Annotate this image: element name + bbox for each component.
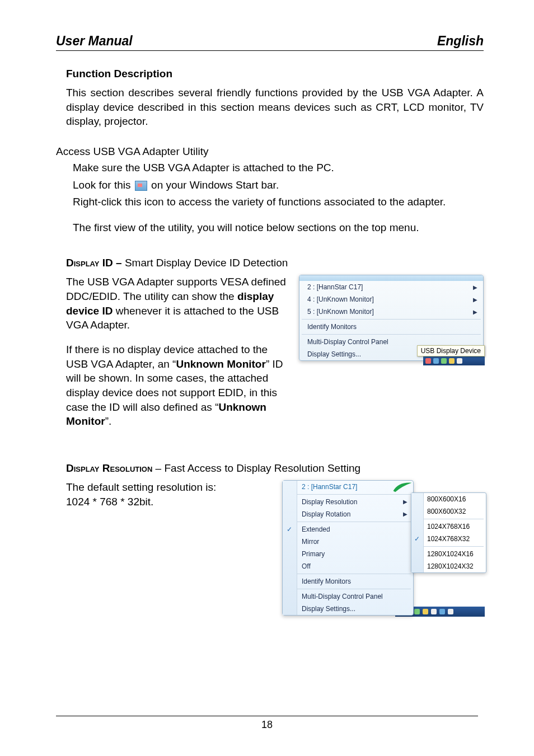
menu2-off[interactable]: Off xyxy=(283,560,413,572)
menu1-item-monitor5[interactable]: 5 : [UnKnown Monitor]▶ xyxy=(299,306,483,318)
section-title-function: Function Description xyxy=(66,68,484,80)
display-id-p1: The USB VGA Adapter supports VESA define… xyxy=(66,275,288,332)
menu-screenshot-1: 2 : [HannStar C17]▶ 4 : [UnKnown Monitor… xyxy=(299,275,484,361)
access-line1: Make sure the USB VGA Adapter is attache… xyxy=(73,161,484,175)
function-description-paragraph: This section describes several friendly … xyxy=(66,86,484,129)
check-icon: ✓ xyxy=(414,535,420,543)
tray-icon xyxy=(423,609,428,614)
access-line3: Right-click this icon to access the vari… xyxy=(73,195,484,209)
access-line2: Look for this on your Windows Start bar. xyxy=(73,178,484,192)
display-id-textcol: The USB VGA Adapter supports VESA define… xyxy=(66,275,288,428)
tray-icon xyxy=(441,358,447,364)
submenu-arrow-icon: ▶ xyxy=(403,499,407,505)
look-pre: Look for this xyxy=(73,179,134,191)
menu-separator xyxy=(414,546,484,547)
menu2-mirror[interactable]: Mirror xyxy=(283,536,413,548)
menu1-titlebar xyxy=(299,275,483,281)
submenu-arrow-icon: ▶ xyxy=(473,309,477,315)
menu1-item-monitor2[interactable]: 2 : [HannStar C17]▶ xyxy=(299,281,483,293)
page-footer: 18 xyxy=(56,716,478,731)
menu-separator xyxy=(297,522,411,522)
tray-icon xyxy=(439,609,445,614)
display-res-desc: – Fast Access to Display Resolution Sett… xyxy=(152,462,360,474)
display-res-p2: 1024 * 768 * 32bit. xyxy=(66,495,271,509)
display-id-desc: Smart Display Device ID Detection xyxy=(125,257,288,269)
res-1280x1024x32[interactable]: 1280X1024X32 xyxy=(411,560,486,572)
submenu-arrow-icon: ▶ xyxy=(473,284,477,290)
menu2-monitor-label[interactable]: 2 : [HannStar C17] xyxy=(283,481,413,493)
submenu-arrow-icon: ▶ xyxy=(473,297,477,303)
access-subhead: Access USB VGA Adapter Utility xyxy=(56,145,484,158)
display-res-lead: Display Resolution xyxy=(66,462,152,474)
menu-separator xyxy=(302,319,481,320)
menu1-identify-monitors[interactable]: Identify Monitors xyxy=(299,321,483,333)
tray-icon xyxy=(425,358,431,364)
menu-separator xyxy=(297,589,411,589)
resolution-submenu: 800X600X16 800X600X32 1024X768X16 ✓1024X… xyxy=(411,492,486,573)
menu2-multi-display-control-panel[interactable]: Multi-Display Control Panel xyxy=(283,590,413,603)
access-line4: The first view of the utility, you will … xyxy=(73,220,484,235)
res-1024x768x32[interactable]: ✓1024X768X32 xyxy=(411,533,486,545)
menu-separator xyxy=(414,519,484,519)
tray-icon xyxy=(431,609,437,614)
display-res-textcol: The default setting resolution is: 1024 … xyxy=(66,480,271,509)
menu2-primary[interactable]: Primary xyxy=(283,548,413,560)
display-resolution-heading: Display Resolution – Fast Access to Disp… xyxy=(66,462,484,475)
display-id-p2-top: If there is no display device attached t… xyxy=(66,342,288,429)
tray-icon xyxy=(457,358,462,364)
menu-separator xyxy=(302,334,481,335)
menu2-display-settings[interactable]: Display Settings... xyxy=(283,603,413,615)
res-1280x1024x16[interactable]: 1280X1024X16 xyxy=(411,548,486,560)
tray-icon xyxy=(448,609,453,614)
menu2-extended[interactable]: ✓ Extended xyxy=(283,523,413,536)
tray-adapter-icon xyxy=(135,181,147,191)
res-800x600x32[interactable]: 800X600X32 xyxy=(411,505,486,518)
display-id-lead: Display ID – xyxy=(66,257,125,269)
display-res-row: The default setting resolution is: 1024 … xyxy=(66,480,484,616)
menu2-display-resolution[interactable]: Display Resolution▶ xyxy=(283,496,413,508)
display-id-heading: Display ID – Smart Display Device ID Det… xyxy=(66,257,484,269)
res-800x600x16[interactable]: 800X600X16 xyxy=(411,493,486,505)
submenu-arrow-icon: ▶ xyxy=(403,511,407,517)
header-left: User Manual xyxy=(56,34,133,49)
menu-separator xyxy=(297,574,411,574)
display-id-row: The USB VGA Adapter supports VESA define… xyxy=(66,275,484,428)
tooltip-usb-display-device: USB Display Device xyxy=(417,345,485,356)
check-icon: ✓ xyxy=(287,525,292,533)
res-1024x768x16[interactable]: 1024X768X16 xyxy=(411,520,486,533)
menu2-identify-monitors[interactable]: Identify Monitors xyxy=(283,575,413,588)
tray-icon xyxy=(414,609,420,614)
context-menu-2: 2 : [HannStar C17] Display Resolution▶ D… xyxy=(282,480,414,616)
menu-screenshot-2: 2 : [HannStar C17] Display Resolution▶ D… xyxy=(282,480,484,616)
menu1-item-monitor4[interactable]: 4 : [UnKnown Monitor]▶ xyxy=(299,293,483,306)
tray-icon xyxy=(449,358,455,364)
look-post: on your Windows Start bar. xyxy=(151,179,279,191)
page-header: User Manual English xyxy=(56,34,484,51)
page-number: 18 xyxy=(261,719,273,730)
system-tray-1 xyxy=(423,356,485,365)
function-description-text: This section describes several friendly … xyxy=(66,87,484,127)
display-res-p1: The default setting resolution is: xyxy=(66,480,271,495)
menu-separator xyxy=(297,494,411,495)
tray-icon xyxy=(433,358,439,364)
menu2-display-rotation[interactable]: Display Rotation▶ xyxy=(283,508,413,520)
logo-swoosh-icon xyxy=(392,481,413,493)
header-right: English xyxy=(437,34,484,49)
